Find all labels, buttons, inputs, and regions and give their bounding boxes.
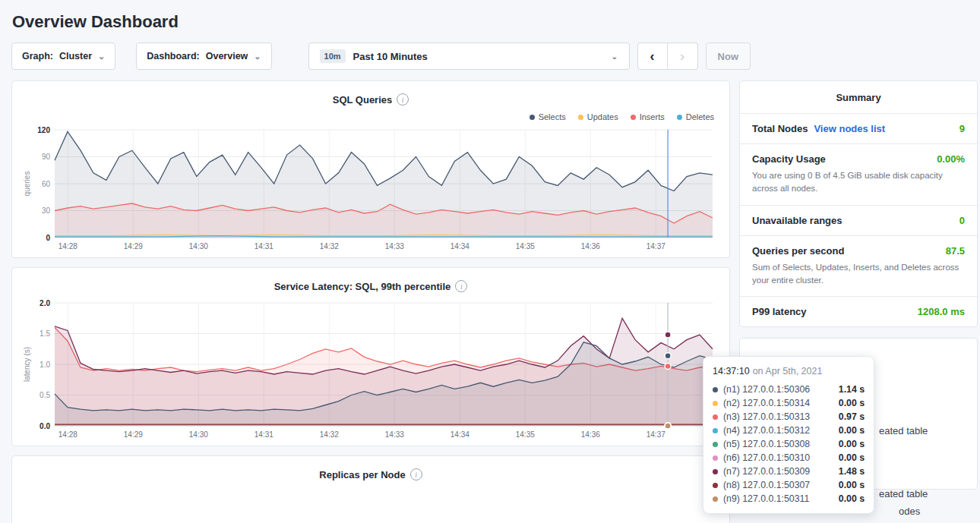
- legend-dot-icon: [677, 115, 682, 120]
- chart-legend: SelectsUpdatesInsertsDeletes: [21, 110, 720, 124]
- legend-label: Inserts: [640, 112, 665, 121]
- tooltip-node-label: (n6) 127.0.0.1:50310: [723, 452, 810, 463]
- chart-title: Replicas per Node: [319, 469, 405, 480]
- info-icon[interactable]: i: [397, 93, 409, 106]
- graph-dropdown-label: Graph:: [22, 51, 53, 61]
- chart-body-clipped: [21, 485, 720, 523]
- total-nodes-label: Total Nodes: [752, 123, 808, 134]
- series-dot-icon: [713, 428, 718, 433]
- dashboard-dropdown[interactable]: Dashboard: Overview ⌄: [136, 43, 271, 70]
- legend-item-updates[interactable]: Updates: [578, 112, 618, 121]
- qps-description: Sum of Selects, Updates, Inserts, and De…: [752, 261, 965, 288]
- svg-text:1.5: 1.5: [40, 329, 50, 338]
- svg-text:0.5: 0.5: [40, 391, 50, 399]
- service-latency-chart[interactable]: 0.00.51.01.52.014:2814:2914:3014:3114:32…: [21, 297, 720, 443]
- view-nodes-list-link[interactable]: View nodes list: [814, 123, 885, 134]
- tooltip-node-label: (n1) 127.0.0.1:50306: [723, 384, 810, 395]
- unavailable-ranges-value: 0: [959, 215, 965, 226]
- svg-text:14:34: 14:34: [450, 430, 469, 439]
- chart-header: SQL Queries i: [21, 89, 720, 110]
- svg-text:14:32: 14:32: [320, 242, 339, 250]
- svg-text:14:35: 14:35: [516, 430, 535, 439]
- tooltip-node-label: (n3) 127.0.0.1:50313: [723, 411, 810, 422]
- tooltip-node-value: 0.00 s: [839, 398, 865, 408]
- now-button[interactable]: Now: [706, 43, 751, 70]
- tooltip-node-label: (n2) 127.0.0.1:50314: [723, 398, 810, 408]
- svg-text:14:28: 14:28: [58, 242, 77, 250]
- chart-hover-tooltip: 14:37:10on Apr 5th, 2021 (n1) 127.0.0.1:…: [703, 356, 874, 514]
- tooltip-node-value: 0.00 s: [839, 452, 865, 463]
- svg-text:latency (s): latency (s): [23, 347, 31, 382]
- tooltip-node-label: (n7) 127.0.0.1:50309: [723, 466, 810, 477]
- summary-title: Summary: [740, 81, 977, 114]
- time-range-badge: 10m: [320, 49, 346, 63]
- p99-latency-value: 1208.0 ms: [918, 306, 965, 317]
- svg-text:14:36: 14:36: [581, 430, 600, 439]
- prev-arrow-icon: ‹: [650, 49, 655, 65]
- series-dot-icon: [713, 496, 718, 502]
- svg-text:14:28: 14:28: [58, 430, 77, 439]
- capacity-usage-label: Capacity Usage: [752, 153, 826, 165]
- tooltip-row: (n2) 127.0.0.1:503140.00 s: [713, 396, 865, 410]
- legend-dot-icon: [578, 115, 583, 120]
- tooltip-node-value: 1.14 s: [839, 384, 865, 395]
- graph-dropdown[interactable]: Graph: Cluster ⌄: [11, 43, 115, 70]
- svg-text:0.0: 0.0: [40, 422, 50, 430]
- svg-text:14:37: 14:37: [646, 242, 665, 250]
- info-icon[interactable]: i: [455, 280, 467, 292]
- legend-label: Deletes: [686, 112, 714, 121]
- tooltip-row: (n3) 127.0.0.1:503130.97 s: [713, 410, 865, 424]
- tooltip-node-value: 0.00 s: [839, 480, 865, 490]
- svg-text:0: 0: [46, 234, 50, 242]
- svg-text:14:36: 14:36: [581, 242, 600, 250]
- series-dot-icon: [713, 401, 718, 406]
- page-title: Overview Dashboard: [0, 0, 980, 43]
- tooltip-node-label: (n8) 127.0.0.1:50307: [723, 480, 810, 490]
- svg-text:14:37: 14:37: [646, 430, 665, 439]
- chart-header: Replicas per Node i: [21, 464, 720, 485]
- unavailable-ranges-label: Unavailable ranges: [752, 215, 842, 226]
- sql-queries-chart[interactable]: 030609012014:2814:2914:3014:3114:3214:33…: [21, 124, 720, 254]
- overview-dashboard-page: Overview Dashboard Graph: Cluster ⌄ Dash…: [0, 0, 980, 523]
- svg-text:1.0: 1.0: [40, 361, 50, 369]
- legend-label: Updates: [587, 112, 618, 121]
- tooltip-row: (n8) 127.0.0.1:503070.00 s: [713, 478, 865, 492]
- summary-unavailable-ranges: Unavailable ranges 0: [740, 206, 977, 236]
- summary-total-nodes: Total Nodes View nodes list 9: [740, 114, 977, 144]
- svg-text:queries: queries: [23, 172, 31, 197]
- chart-title: SQL Queries: [333, 94, 393, 106]
- capacity-usage-value: 0.00%: [937, 153, 965, 165]
- summary-queries-per-second: Queries per second 87.5 Sum of Selects, …: [740, 236, 977, 298]
- summary-p99-latency: P99 latency 1208.0 ms: [740, 297, 977, 326]
- dashboard-dropdown-label: Dashboard:: [147, 51, 199, 61]
- legend-item-selects[interactable]: Selects: [530, 112, 566, 121]
- toolbar: Graph: Cluster ⌄ Dashboard: Overview ⌄ 1…: [11, 43, 969, 70]
- svg-text:90: 90: [42, 153, 51, 161]
- tooltip-row: (n6) 127.0.0.1:503100.00 s: [713, 451, 865, 465]
- svg-text:30: 30: [42, 206, 51, 215]
- legend-item-deletes[interactable]: Deletes: [677, 112, 714, 121]
- next-time-button[interactable]: ›: [668, 43, 698, 70]
- tooltip-row: (n5) 127.0.0.1:503080.00 s: [713, 437, 865, 451]
- legend-item-inserts[interactable]: Inserts: [631, 112, 665, 121]
- qps-value: 87.5: [946, 245, 965, 257]
- svg-text:14:34: 14:34: [450, 242, 469, 250]
- svg-text:14:33: 14:33: [385, 430, 404, 439]
- svg-text:14:30: 14:30: [189, 242, 208, 250]
- legend-dot-icon: [631, 115, 636, 120]
- replicas-per-node-chart-card: Replicas per Node i: [11, 455, 730, 523]
- info-icon[interactable]: i: [410, 468, 422, 480]
- sql-queries-chart-card: SQL Queries i SelectsUpdatesInsertsDelet…: [11, 80, 730, 258]
- tooltip-row: (n7) 127.0.0.1:503091.48 s: [713, 465, 865, 478]
- tooltip-row: (n4) 127.0.0.1:503120.00 s: [713, 424, 865, 437]
- tooltip-time: 14:37:10: [713, 366, 750, 376]
- prev-time-button[interactable]: ‹: [637, 43, 668, 70]
- chart-header: Service Latency: SQL, 99th percentile i: [21, 276, 720, 297]
- tooltip-node-value: 0.00 s: [839, 493, 865, 504]
- svg-text:14:29: 14:29: [124, 242, 143, 250]
- svg-text:120: 120: [37, 126, 50, 134]
- legend-label: Selects: [539, 112, 566, 121]
- time-range-selector[interactable]: 10m Past 10 Minutes ⌄: [308, 43, 630, 70]
- tooltip-rows: (n1) 127.0.0.1:503061.14 s(n2) 127.0.0.1…: [713, 383, 865, 506]
- tooltip-node-value: 0.97 s: [839, 411, 865, 422]
